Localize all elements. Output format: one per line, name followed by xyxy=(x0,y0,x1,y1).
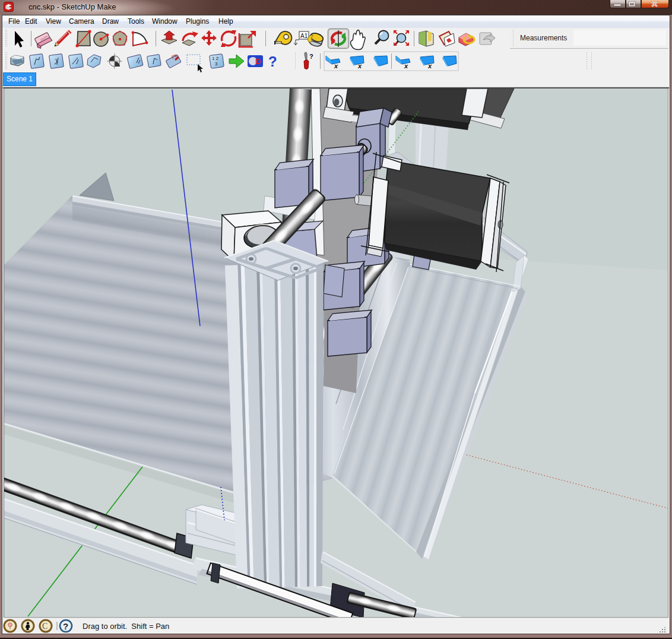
svg-text:x: x xyxy=(404,62,408,69)
svg-text:3: 3 xyxy=(215,61,218,67)
svg-text:A1: A1 xyxy=(300,33,308,39)
svg-text:?: ? xyxy=(268,53,277,69)
svg-text:x: x xyxy=(357,62,362,69)
svg-text:C: C xyxy=(42,622,47,631)
svg-text:1 2: 1 2 xyxy=(212,56,219,61)
svg-text:x: x xyxy=(427,62,432,69)
svg-text:?: ? xyxy=(63,621,68,631)
svg-text:?: ? xyxy=(309,53,313,60)
svg-text:D: D xyxy=(255,57,261,66)
svg-text:x: x xyxy=(334,62,338,69)
